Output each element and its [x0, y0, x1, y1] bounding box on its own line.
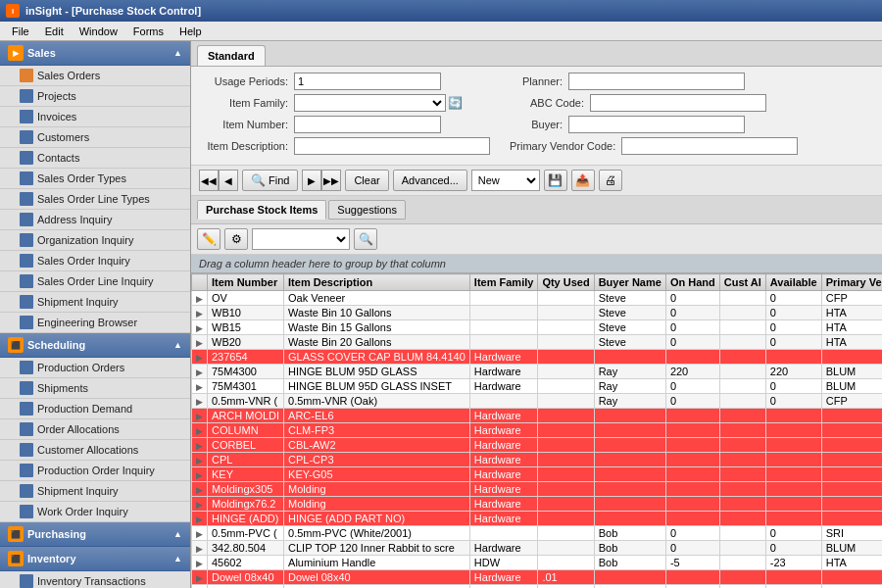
table-row[interactable]: ▶COLUMNCLM-FP3Hardware	[192, 423, 883, 438]
sidebar-item-shipment-inquiry2[interactable]: Shipment Inquiry	[0, 481, 190, 502]
menu-forms[interactable]: Forms	[125, 24, 172, 39]
sidebar-item-shipments[interactable]: Shipments	[0, 378, 190, 399]
item-number-input[interactable]	[294, 116, 441, 133]
cell-qty-used	[538, 512, 594, 526]
cell-buyer-name	[594, 350, 665, 365]
sidebar-item-contacts[interactable]: Contacts	[0, 148, 190, 169]
item-family-select[interactable]	[294, 94, 446, 112]
col-item-family[interactable]: Item Family	[469, 274, 538, 291]
grid-tab-suggestions[interactable]: Suggestions	[328, 200, 406, 220]
table-row[interactable]: ▶WB10Waste Bin 10 GallonsSteve00HTAHetti…	[192, 306, 883, 320]
new-dropdown[interactable]: New	[471, 170, 540, 191]
refresh-icon[interactable]: 🔄	[448, 96, 463, 110]
sidebar-item-shipment-inquiry[interactable]: Shipment Inquiry	[0, 292, 190, 313]
table-row[interactable]: ▶WB15Waste Bin 15 GallonsSteve00HTAHetti…	[192, 320, 883, 335]
sidebar-item-address-inquiry[interactable]: Address Inquiry	[0, 210, 190, 230]
table-row[interactable]: ▶342.80.504CLIP TOP 120 Inner Rabbit to …	[192, 541, 883, 556]
sidebar-item-so-line-types[interactable]: Sales Order Line Types	[0, 189, 190, 210]
nav-next-btn[interactable]: ▶	[302, 170, 321, 191]
col-on-hand[interactable]: On Hand	[665, 274, 719, 291]
menu-window[interactable]: Window	[72, 24, 125, 39]
row-expand: ▶	[192, 394, 208, 409]
menu-edit[interactable]: Edit	[37, 24, 72, 39]
col-qty-used[interactable]: Qty Used	[538, 274, 594, 291]
grid-filter-select[interactable]	[252, 228, 350, 250]
sidebar-item-work-order-inquiry[interactable]: Work Order Inquiry	[0, 502, 190, 522]
sidebar-item-production-order-inquiry[interactable]: Production Order Inquiry	[0, 461, 190, 481]
sidebar-section-scheduling[interactable]: ⬛ Scheduling ▲	[0, 333, 190, 358]
tab-standard[interactable]: Standard	[197, 45, 266, 66]
cell-buyer-name: Steve	[594, 320, 665, 335]
nav-last-btn[interactable]: ▶▶	[321, 170, 341, 191]
sidebar-item-org-inquiry[interactable]: Organization Inquiry	[0, 230, 190, 251]
table-row[interactable]: ▶0.5mm-PVC (0.5mm-PVC (White/2001)Bob00S…	[192, 526, 883, 541]
col-available[interactable]: Available	[765, 274, 821, 291]
table-row[interactable]: ▶CPLCPL-CP3Hardware	[192, 453, 883, 467]
grid-search-btn[interactable]: 🔍	[354, 228, 377, 250]
table-row[interactable]: ▶KEYKEY-G05Hardware	[192, 467, 883, 482]
primary-vendor-input[interactable]	[621, 137, 798, 155]
cell-primary-vendor	[821, 453, 882, 467]
cell-buyer-name: Bob	[594, 526, 665, 541]
sidebar-item-so-line-inquiry[interactable]: Sales Order Line Inquiry	[0, 271, 190, 292]
abc-code-input[interactable]	[590, 94, 766, 112]
buyer-input[interactable]	[568, 116, 745, 133]
find-button[interactable]: 🔍 Find	[242, 170, 298, 191]
table-row[interactable]: ▶CORBELCBL-AW2Hardware	[192, 438, 883, 453]
table-row[interactable]: ▶237654GLASS COVER CAP BLUM 84.4140Hardw…	[192, 350, 883, 365]
grid-tab-purchase-stock-items[interactable]: Purchase Stock Items	[197, 200, 326, 220]
sidebar-item-production-demand[interactable]: Production Demand	[0, 399, 190, 419]
print-icon-btn[interactable]: 🖨	[599, 170, 622, 191]
col-buyer-name[interactable]: Buyer Name	[594, 274, 665, 291]
usage-periods-label: Usage Periods:	[201, 75, 294, 87]
sidebar-item-inventory-transactions[interactable]: Inventory Transactions	[0, 571, 190, 588]
menu-help[interactable]: Help	[172, 24, 210, 39]
table-row[interactable]: ▶MEL_WHITEMEL_WHITERayCFPColumbia Forest…	[192, 585, 883, 589]
planner-input[interactable]	[568, 73, 745, 90]
sidebar-item-sales-orders[interactable]: Sales Orders	[0, 66, 190, 86]
clear-button[interactable]: Clear	[345, 170, 388, 191]
sidebar-item-production-orders[interactable]: Production Orders	[0, 358, 190, 378]
advanced-button[interactable]: Advanced...	[393, 170, 467, 191]
table-row[interactable]: ▶Moldingx305MoldingHardware	[192, 482, 883, 497]
table-row[interactable]: ▶WB20Waste Bin 20 GallonsSteve00HTAHetti…	[192, 335, 883, 350]
cell-item-family: Hardware	[469, 423, 538, 438]
nav-prev-btn[interactable]: ◀	[219, 170, 238, 191]
sidebar-item-order-allocations[interactable]: Order Allocations	[0, 419, 190, 440]
table-row[interactable]: ▶75M4300HINGE BLUM 95D GLASSHardwareRay2…	[192, 365, 883, 379]
grid-add-btn[interactable]: ✏️	[197, 228, 220, 250]
save-icon-btn[interactable]: 💾	[544, 170, 567, 191]
sidebar-item-sales-order-types[interactable]: Sales Order Types	[0, 169, 190, 189]
col-item-desc[interactable]: Item Description	[284, 274, 470, 291]
table-row[interactable]: ▶Dowel 08x40Dowel 08x40Hardware.01	[192, 570, 883, 585]
item-desc-input[interactable]	[294, 137, 490, 155]
sidebar-item-projects[interactable]: Projects	[0, 86, 190, 107]
table-row[interactable]: ▶HINGE (ADD)HINGE (ADD PART NO)Hardware	[192, 512, 883, 526]
table-row[interactable]: ▶Moldingx76.2MoldingHardware	[192, 497, 883, 512]
sidebar-item-so-inquiry[interactable]: Sales Order Inquiry	[0, 251, 190, 271]
table-row[interactable]: ▶75M4301HINGE BLUM 95D GLASS INSETHardwa…	[192, 379, 883, 394]
col-expand[interactable]	[192, 274, 208, 291]
sidebar-item-engineering-browser[interactable]: Engineering Browser	[0, 313, 190, 333]
data-table-container[interactable]: Item Number Item Description Item Family…	[191, 273, 882, 588]
menu-file[interactable]: File	[4, 24, 37, 39]
sidebar-item-customer-allocations[interactable]: Customer Allocations	[0, 440, 190, 461]
main-layout: ▶ Sales ▲ Sales Orders Projects Invoices…	[0, 41, 882, 588]
sidebar-section-inventory[interactable]: ⬛ Inventory ▲	[0, 547, 190, 571]
table-row[interactable]: ▶ARCH MOLDIARC-EL6Hardware	[192, 409, 883, 423]
table-row[interactable]: ▶0.5mm-VNR (0.5mm-VNR (Oak)Ray00CFPColum…	[192, 394, 883, 409]
sidebar-section-sales[interactable]: ▶ Sales ▲	[0, 41, 190, 66]
export-icon-btn[interactable]: 📤	[571, 170, 595, 191]
sidebar-item-customers[interactable]: Customers	[0, 127, 190, 148]
sidebar-section-purchasing[interactable]: ⬛ Purchasing ▲	[0, 522, 190, 547]
nav-first-btn[interactable]: ◀◀	[199, 170, 219, 191]
table-row[interactable]: ▶45602Aluminium HandleHDWBob-5-23HTAHett…	[192, 556, 883, 570]
usage-periods-input[interactable]	[294, 73, 441, 90]
cell-qty-used	[538, 541, 594, 556]
col-primary-vendor[interactable]: Primary Vendor	[821, 274, 882, 291]
col-item-number[interactable]: Item Number	[208, 274, 284, 291]
grid-config-btn[interactable]: ⚙	[224, 228, 248, 250]
sidebar-item-invoices[interactable]: Invoices	[0, 107, 190, 127]
col-cust-al[interactable]: Cust Al	[719, 274, 765, 291]
table-row[interactable]: ▶OVOak VeneerSteve00CFPColumbia Forest P…	[192, 291, 883, 306]
